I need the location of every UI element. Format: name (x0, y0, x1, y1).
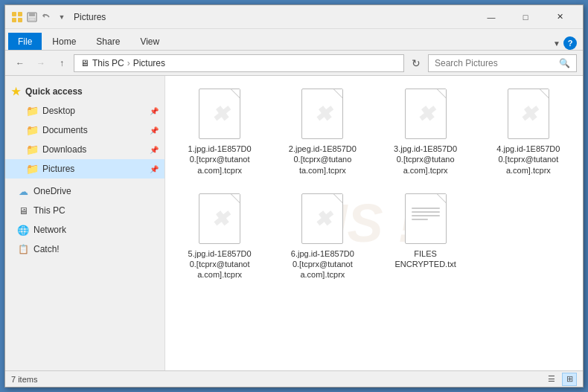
file-label-2: 2.jpeg.id-1E857D00.[tcprx@tutanota.com].… (289, 144, 357, 176)
network-icon: 🌐 (17, 224, 29, 236)
file-icon-5: ✖ (196, 192, 243, 245)
svg-rect-5 (29, 13, 35, 16)
status-view-controls: ☰ ⊞ (544, 373, 577, 386)
sidebar-item-network[interactable]: 🌐 Network (5, 220, 164, 240)
sidebar-item-thispc[interactable]: 🖥 This PC (5, 201, 164, 220)
file-icon-3: ✖ (402, 87, 450, 141)
file-item[interactable]: ✖ 5.jpg.id-1E857D00.[tcprx@tutanota.com]… (171, 187, 268, 286)
file-icon-7 (402, 192, 450, 245)
catch-icon: 📋 (17, 243, 29, 255)
sidebar-label-catch: Catch! (33, 244, 60, 254)
folder-icon-downloads: 📁 (26, 144, 38, 155)
file-item[interactable]: FILESENCRYPTED.txt (377, 187, 474, 286)
file-item[interactable]: ✖ 3.jpg.id-1E857D00.[tcprx@tutanoa.com].… (377, 82, 474, 181)
svg-rect-6 (29, 18, 35, 21)
window-controls: — □ ✕ (474, 5, 577, 29)
sidebar-item-onedrive[interactable]: ☁ OneDrive (5, 181, 164, 201)
sidebar-item-downloads[interactable]: 📁 Downloads 📌 (5, 140, 164, 159)
sidebar-item-pictures[interactable]: 📁 Pictures 📌 (5, 159, 164, 179)
help-icon[interactable]: ? (563, 36, 577, 50)
sidebar-label-documents: Documents (42, 125, 88, 135)
search-box: 🔍 (428, 54, 577, 72)
grid-view-button[interactable]: ⊞ (562, 373, 577, 386)
list-view-button[interactable]: ☰ (544, 373, 559, 386)
path-icon: 🖥 (80, 58, 89, 68)
address-path[interactable]: 🖥 This PC › Pictures (74, 54, 404, 72)
status-bar: 7 items ☰ ⊞ (5, 370, 583, 387)
window-icon (11, 11, 23, 23)
tab-home[interactable]: Home (42, 33, 86, 50)
title-bar-icons: ▼ (11, 11, 68, 23)
file-icon-6: ✖ (298, 192, 346, 245)
sidebar-item-desktop[interactable]: 📁 Desktop 📌 (5, 101, 164, 121)
address-bar: ← → ↑ 🖥 This PC › Pictures ↻ 🔍 (5, 51, 583, 76)
sidebar-label-onedrive: OneDrive (33, 186, 71, 196)
pin-icon-documents: 📌 (150, 126, 159, 135)
file-item[interactable]: ✖ 2.jpeg.id-1E857D00.[tcprx@tutanota.com… (274, 82, 371, 181)
sidebar-item-documents[interactable]: 📁 Documents 📌 (5, 121, 164, 140)
back-button[interactable]: ← (11, 54, 29, 72)
maximize-button[interactable]: □ (508, 5, 543, 29)
file-icon-4: ✖ (505, 87, 552, 141)
pin-icon-desktop: 📌 (150, 107, 159, 115)
path-pictures[interactable]: Pictures (133, 58, 165, 68)
sidebar-label-thispc: This PC (33, 205, 65, 216)
file-area: IS ! ✖ 1.jpg.id-1E857D00.[tcprx@tutanota… (165, 76, 583, 370)
minimize-button[interactable]: — (474, 5, 508, 29)
file-label-5: 5.jpg.id-1E857D00.[tcprx@tutanota.com].t… (188, 248, 252, 280)
file-icon-2: ✖ (298, 87, 346, 141)
undo-icon (41, 11, 53, 23)
folder-icon-pictures: 📁 (26, 163, 38, 175)
quick-access-label: Quick access (25, 86, 83, 97)
star-icon: ★ (11, 86, 21, 97)
explorer-window: ▼ Pictures — □ ✕ File Home Share View ▼ … (4, 4, 584, 388)
item-count: 7 items (11, 375, 37, 384)
dropdown-icon: ▼ (56, 11, 68, 23)
file-label-4: 4.jpg.id-1E857D00.[tcprx@tutanota.com].t… (496, 144, 560, 176)
main-area: ★ Quick access 📁 Desktop 📌 📁 Documents 📌… (5, 76, 583, 370)
file-item[interactable]: ✖ 4.jpg.id-1E857D00.[tcprx@tutanota.com]… (480, 82, 577, 181)
title-bar: ▼ Pictures — □ ✕ (5, 5, 583, 29)
svg-rect-3 (18, 18, 22, 22)
svg-rect-1 (18, 12, 22, 16)
tab-view[interactable]: View (130, 33, 169, 50)
window-title: Pictures (74, 12, 474, 22)
sidebar-label-desktop: Desktop (42, 106, 75, 116)
tab-share[interactable]: Share (86, 33, 130, 50)
refresh-button[interactable]: ↻ (407, 54, 425, 72)
folder-icon-desktop: 📁 (26, 105, 38, 117)
sidebar: ★ Quick access 📁 Desktop 📌 📁 Documents 📌… (5, 76, 165, 370)
sidebar-label-pictures: Pictures (42, 164, 74, 174)
svg-rect-0 (12, 12, 16, 16)
svg-rect-2 (12, 18, 16, 22)
ribbon-tabs: File Home Share View ▼ ? (5, 29, 583, 50)
file-label-1: 1.jpg.id-1E857D00.[tcprx@tutanota.com].t… (188, 144, 252, 176)
folder-icon-documents: 📁 (26, 124, 38, 136)
search-input[interactable] (435, 58, 559, 68)
cloud-icon: ☁ (17, 185, 29, 197)
file-label-7: FILESENCRYPTED.txt (394, 248, 456, 270)
path-separator-1: › (127, 58, 130, 68)
pc-icon: 🖥 (17, 205, 29, 216)
pin-icon-downloads: 📌 (150, 146, 159, 154)
close-button[interactable]: ✕ (543, 5, 577, 29)
file-label-3: 3.jpg.id-1E857D00.[tcprx@tutanoa.com].tc… (394, 144, 457, 176)
path-thispc[interactable]: This PC (92, 58, 124, 68)
up-button[interactable]: ↑ (53, 54, 71, 72)
search-icon[interactable]: 🔍 (559, 58, 570, 68)
file-item[interactable]: ✖ 1.jpg.id-1E857D00.[tcprx@tutanota.com]… (171, 82, 268, 181)
file-label-6: 6.jpg.id-1E857D00.[tcprx@tutanota.com].t… (291, 248, 354, 280)
pin-icon-pictures: 📌 (150, 165, 159, 173)
forward-button[interactable]: → (32, 54, 50, 72)
save-icon (26, 11, 38, 23)
sidebar-quick-access: ★ Quick access (5, 82, 164, 101)
ribbon: File Home Share View ▼ ? (5, 29, 583, 51)
file-icon-1: ✖ (196, 87, 243, 141)
sidebar-item-catch[interactable]: 📋 Catch! (5, 240, 164, 259)
file-item[interactable]: ✖ 6.jpg.id-1E857D00.[tcprx@tutanota.com]… (274, 187, 371, 286)
ribbon-collapse-icon[interactable]: ▼ (553, 39, 560, 48)
tab-file[interactable]: File (8, 33, 42, 50)
sidebar-label-network: Network (33, 225, 66, 235)
file-grid: ✖ 1.jpg.id-1E857D00.[tcprx@tutanota.com]… (171, 82, 577, 286)
sidebar-label-downloads: Downloads (42, 144, 86, 155)
